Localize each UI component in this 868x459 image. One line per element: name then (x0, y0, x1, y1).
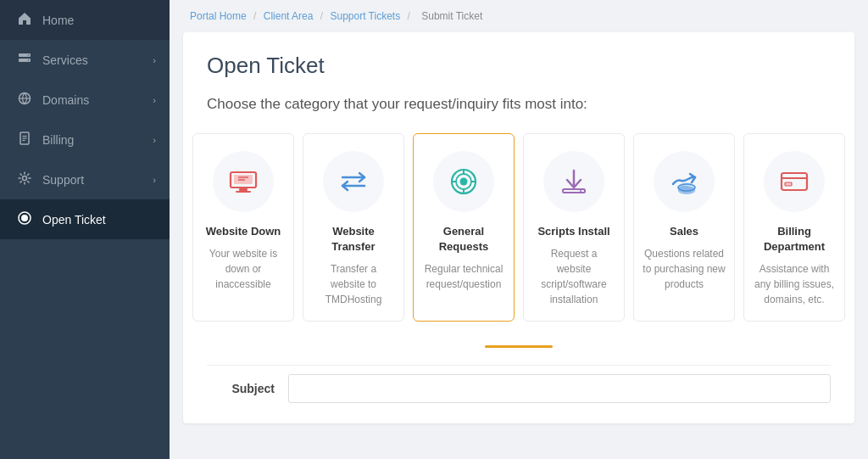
category-list: Website Down Your website is down or ina… (207, 133, 831, 322)
category-heading: Choose the category that your request/in… (207, 96, 831, 113)
svg-point-29 (580, 190, 581, 192)
svg-point-2 (28, 54, 30, 56)
svg-rect-16 (236, 191, 251, 193)
file-icon (17, 132, 32, 148)
category-icon-wrap (654, 151, 715, 212)
content-area: Open Ticket Choose the category that you… (183, 32, 854, 423)
sidebar-item-label: Services (42, 53, 153, 67)
category-title: General Requests (422, 224, 505, 255)
server-icon (17, 52, 32, 68)
category-card-general-requests[interactable]: General Requests Regular technical reque… (413, 133, 515, 322)
sidebar-item-support[interactable]: Support › (0, 160, 170, 199)
chevron-right-icon: › (153, 175, 156, 185)
sidebar-item-open-ticket[interactable]: Open Ticket (0, 199, 170, 239)
svg-point-12 (21, 215, 28, 221)
category-card-website-down[interactable]: Website Down Your website is down or ina… (192, 133, 294, 322)
sidebar-item-label: Open Ticket (42, 213, 153, 227)
svg-rect-28 (563, 189, 585, 193)
breadcrumb-client-area[interactable]: Client Area (264, 10, 314, 22)
category-desc: Request a website script/software instal… (532, 246, 615, 307)
chevron-right-icon: › (153, 95, 156, 105)
category-desc: Regular technical request/question (422, 261, 505, 292)
breadcrumb: Portal Home / Client Area / Support Tick… (170, 0, 868, 32)
sidebar-item-label: Home (42, 14, 153, 27)
svg-rect-15 (239, 188, 248, 191)
scripts-install-icon (558, 165, 590, 198)
category-title: Billing Department (753, 224, 836, 255)
category-icon-wrap (764, 151, 825, 212)
svg-rect-32 (782, 173, 807, 190)
billing-department-icon (778, 165, 810, 198)
globe-icon (17, 92, 32, 108)
breadcrumb-sep: / (408, 10, 410, 22)
svg-point-3 (28, 59, 30, 61)
category-desc: Your website is down or inaccessible (202, 246, 285, 292)
category-icon-wrap (323, 151, 384, 212)
sidebar-item-services[interactable]: Services › (0, 40, 170, 80)
category-desc: Assistance with any billing issues, doma… (753, 261, 836, 307)
page-title: Open Ticket (207, 53, 831, 79)
category-card-website-transfer[interactable]: Website Transfer Transfer a website to T… (303, 133, 404, 322)
website-transfer-icon (337, 165, 370, 198)
sidebar-item-home[interactable]: Home (0, 0, 170, 40)
breadcrumb-portal-home[interactable]: Portal Home (190, 10, 247, 22)
category-icon-wrap (213, 151, 274, 212)
svg-point-23 (460, 178, 468, 186)
breadcrumb-support-tickets[interactable]: Support Tickets (330, 10, 400, 22)
svg-point-10 (23, 176, 27, 181)
breadcrumb-sep: / (253, 10, 256, 22)
category-title: Scripts Install (537, 224, 609, 239)
sidebar: Home Services › Domains › (0, 0, 170, 459)
selection-indicator-row (207, 345, 831, 348)
category-card-sales[interactable]: Sales Questions related to purchasing ne… (633, 133, 735, 322)
breadcrumb-current: Submit Ticket (421, 10, 482, 22)
sales-icon (668, 165, 700, 198)
sidebar-item-billing[interactable]: Billing › (0, 120, 170, 160)
general-requests-icon (448, 165, 480, 198)
selection-indicator-line (485, 345, 553, 348)
sidebar-item-label: Billing (42, 133, 153, 147)
home-icon (17, 12, 32, 28)
subject-row: Subject (207, 365, 831, 403)
category-title: Website Transfer (312, 224, 395, 255)
category-title: Website Down (206, 224, 281, 239)
sidebar-item-label: Domains (42, 93, 153, 107)
category-desc: Transfer a website to TMDHosting (312, 261, 395, 307)
chevron-right-icon: › (153, 55, 156, 65)
svg-rect-34 (785, 182, 792, 186)
breadcrumb-sep: / (320, 10, 323, 22)
subject-label: Subject (207, 382, 275, 395)
main-content: Portal Home / Client Area / Support Tick… (170, 0, 868, 459)
chevron-right-icon: › (153, 135, 156, 145)
subject-input[interactable] (288, 374, 831, 403)
category-title: Sales (670, 224, 698, 239)
sidebar-item-domains[interactable]: Domains › (0, 80, 170, 120)
ticket-icon (17, 211, 32, 227)
category-card-billing-department[interactable]: Billing Department Assistance with any b… (743, 133, 845, 322)
category-card-scripts-install[interactable]: Scripts Install Request a website script… (523, 133, 625, 322)
sidebar-item-label: Support (42, 173, 153, 187)
website-down-icon (227, 165, 259, 198)
gear-icon (17, 171, 32, 188)
category-icon-wrap (543, 151, 604, 212)
category-desc: Questions related to purchasing new prod… (643, 246, 726, 292)
category-icon-wrap (433, 151, 494, 212)
